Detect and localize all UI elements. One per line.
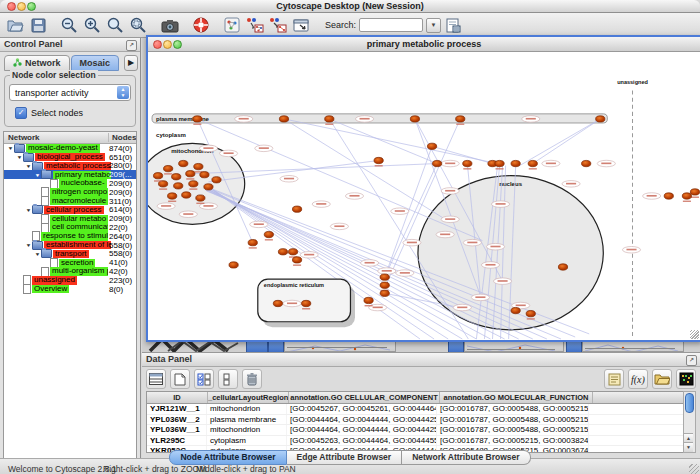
network-tree-row[interactable]: macromolecule311(0) [4, 197, 136, 206]
float-panel-icon[interactable]: ↗ [686, 355, 697, 366]
network-view-window[interactable]: primary metabolic process plasma membran… [146, 35, 700, 342]
network-node[interactable] [380, 274, 389, 280]
network-node[interactable] [292, 206, 301, 212]
new-attribute-icon[interactable] [170, 369, 190, 389]
select-nodes-checkbox[interactable]: ✓ [15, 107, 27, 119]
zoom-view-button[interactable] [173, 40, 182, 49]
region-nucleus[interactable] [418, 176, 603, 330]
network-node[interactable] [248, 240, 257, 246]
import-window-icon[interactable] [291, 16, 310, 35]
network-overview-icon[interactable] [222, 16, 241, 35]
network-tree-row[interactable]: cell communicat22(0) [4, 223, 136, 232]
zoom-out-icon[interactable] [60, 16, 79, 35]
network-node[interactable] [325, 116, 334, 122]
minimize-view-button[interactable] [163, 40, 172, 49]
vizmap-edges-icon[interactable] [268, 16, 287, 35]
close-view-button[interactable] [153, 40, 162, 49]
window-resize-grip[interactable] [689, 464, 699, 474]
network-tree-row[interactable]: ▼primary metabo209(... [4, 170, 136, 179]
network-node[interactable] [582, 160, 591, 166]
tab-mosaic[interactable]: Mosaic [71, 55, 120, 71]
network-tree-row[interactable]: ▼metabolic process280(0) [4, 162, 136, 171]
network-node[interactable] [302, 300, 311, 306]
network-view-titlebar[interactable]: primary metabolic process [148, 37, 700, 52]
table-column-header[interactable] [593, 392, 683, 403]
table-column-header[interactable]: _cellularLayoutRegion [208, 392, 289, 403]
network-tree-row[interactable]: ▼transport558(0) [4, 250, 136, 259]
save-session-icon[interactable] [29, 16, 48, 35]
network-node[interactable] [374, 157, 383, 163]
close-window-button[interactable] [7, 2, 16, 11]
tab-node-attribute-browser[interactable]: Node Attribute Browser [169, 450, 286, 465]
zoom-fit-icon[interactable] [106, 16, 125, 35]
table-row[interactable]: YPL036W__2plasma membrane[GO:0044464, GO… [147, 415, 683, 426]
network-node[interactable] [558, 264, 567, 270]
attribute-table[interactable]: ID_cellularLayoutRegionannotation.GO CEL… [146, 391, 684, 453]
tab-overflow-button[interactable]: ▶ [124, 55, 138, 71]
help-lifesaver-icon[interactable] [191, 16, 210, 35]
search-options-icon[interactable] [444, 16, 463, 35]
network-node[interactable] [193, 116, 202, 122]
select-attributes-icon[interactable] [194, 369, 214, 389]
table-row[interactable]: YJR121W__1mitochondrion[GO:0045267, GO:0… [147, 404, 683, 415]
disclosure-triangle-icon[interactable]: ▼ [25, 243, 32, 248]
window-titlebar[interactable]: Cytoscape Desktop (New Session) [0, 0, 700, 13]
network-node[interactable] [194, 163, 203, 169]
network-node[interactable] [273, 300, 282, 306]
network-node[interactable] [212, 177, 221, 183]
network-node[interactable] [292, 257, 301, 263]
network-node[interactable] [182, 192, 191, 198]
network-node[interactable] [410, 116, 419, 122]
network-tree-row[interactable]: ▼cellular process614(0) [4, 206, 136, 215]
network-tree-row[interactable]: nucleobase-209(0) [4, 179, 136, 188]
tab-network-attribute-browser[interactable]: Network Attribute Browser [402, 450, 530, 465]
search-combo-button[interactable]: ▼ [426, 18, 441, 33]
network-node[interactable] [279, 116, 288, 122]
tab-edge-attribute-browser[interactable]: Edge Attribute Browser [287, 450, 403, 465]
network-node[interactable] [528, 160, 537, 166]
table-column-header[interactable]: ID [147, 392, 208, 403]
network-node[interactable] [204, 184, 213, 190]
network-tree-row[interactable]: ▼establishment of lo558(0) [4, 241, 136, 250]
table-row[interactable]: YPL036W__1mitochondrion[GO:0044464, GO:0… [147, 425, 683, 436]
network-tree-row[interactable]: secretion41(0) [4, 258, 136, 267]
open-file-icon[interactable] [6, 16, 25, 35]
network-canvas[interactable]: plasma membranecytoplasmnucleusmitochond… [148, 52, 700, 340]
disclosure-triangle-icon[interactable]: ▼ [34, 252, 41, 257]
disclosure-triangle-icon[interactable]: ▼ [16, 155, 23, 160]
edge[interactable] [284, 119, 498, 164]
node-color-dropdown[interactable]: transporter activity ▲▼ [9, 84, 131, 101]
minimize-window-button[interactable] [17, 2, 26, 11]
table-column-header[interactable]: annotation.GO MOLECULAR_FUNCTION [440, 392, 593, 403]
network-tree-row[interactable]: nitrogen compo209(0) [4, 188, 136, 197]
network-node[interactable] [168, 193, 177, 199]
vizmap-nodes-icon[interactable] [245, 16, 264, 35]
attribute-table-icon[interactable] [146, 369, 166, 389]
network-node[interactable] [278, 249, 287, 255]
formula-builder-icon[interactable]: f(x) [628, 369, 648, 389]
network-tree-header[interactable]: Network Nodes [4, 132, 136, 144]
network-tree-row[interactable]: Overview8(0) [4, 285, 136, 294]
network-node[interactable] [288, 249, 297, 255]
network-node[interactable] [432, 160, 441, 166]
disclosure-triangle-icon[interactable]: ▼ [34, 172, 41, 177]
search-input[interactable] [359, 18, 423, 32]
network-node[interactable] [229, 262, 238, 268]
attribute-matrix-icon[interactable] [676, 369, 696, 389]
network-node[interactable] [495, 160, 504, 166]
network-node[interactable] [153, 173, 162, 179]
network-node[interactable] [511, 307, 520, 313]
network-node[interactable] [200, 172, 209, 178]
disclosure-triangle-icon[interactable]: ▼ [25, 208, 32, 213]
network-node[interactable] [596, 116, 605, 122]
network-node[interactable] [164, 165, 173, 171]
scrollbar-thumb[interactable] [685, 393, 694, 413]
zoom-window-button[interactable] [27, 2, 36, 11]
network-tree-row[interactable]: response to stimulu264(0) [4, 232, 136, 241]
attribute-editor-icon[interactable] [604, 369, 624, 389]
network-node[interactable] [172, 174, 181, 180]
network-node[interactable] [456, 116, 465, 122]
disclosure-triangle-icon[interactable]: ▼ [25, 164, 32, 169]
network-tree-row[interactable]: cellular metabo209(0) [4, 214, 136, 223]
network-node[interactable] [526, 310, 535, 316]
